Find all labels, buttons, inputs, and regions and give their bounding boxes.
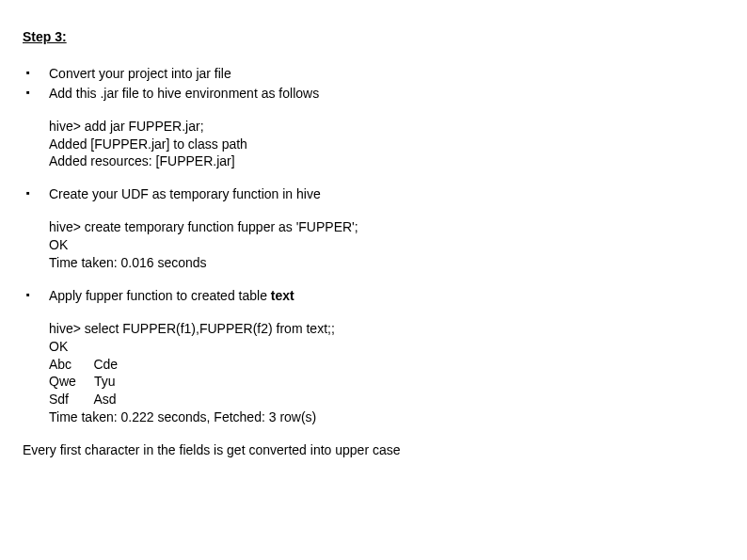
list-item: Create your UDF as temporary function in… bbox=[23, 185, 724, 203]
step-heading: Step 3: bbox=[23, 28, 724, 46]
closing-text: Every first character in the fields is g… bbox=[23, 441, 724, 459]
code-block-create-function: hive> create temporary function fupper a… bbox=[23, 218, 724, 272]
code-block-add-jar: hive> add jar FUPPER.jar; Added [FUPPER.… bbox=[23, 118, 724, 171]
list-item: Apply fupper function to created table t… bbox=[23, 287, 724, 305]
list-item: Convert your project into jar file bbox=[23, 65, 724, 83]
instruction-list: Convert your project into jar file Add t… bbox=[23, 65, 724, 103]
list-item-bold: text bbox=[271, 288, 294, 303]
list-item: Add this .jar file to hive environment a… bbox=[23, 85, 724, 103]
instruction-list: Create your UDF as temporary function in… bbox=[23, 185, 724, 203]
instruction-list: Apply fupper function to created table t… bbox=[23, 287, 724, 305]
list-item-text: Apply fupper function to created table bbox=[49, 288, 271, 303]
code-block-select: hive> select FUPPER(f1),FUPPER(f2) from … bbox=[23, 320, 724, 426]
